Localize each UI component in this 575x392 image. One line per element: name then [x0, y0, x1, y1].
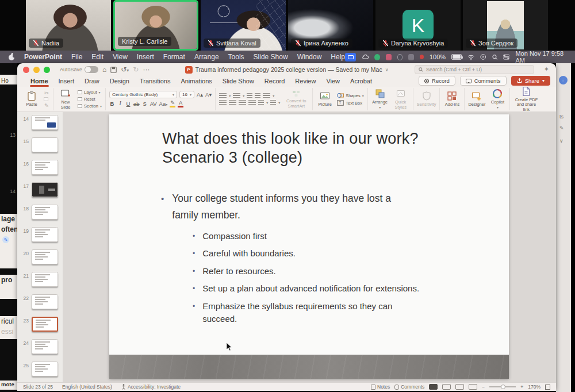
title-chevron-icon[interactable]: ∨ [385, 67, 389, 72]
language-status[interactable]: English (United States) [62, 384, 112, 390]
create-pdf-button[interactable]: Create PDF and share link [513, 87, 539, 112]
minimize-button[interactable] [33, 67, 40, 73]
copilot-button[interactable]: Copilot▾ [489, 89, 506, 110]
close-button[interactable] [23, 67, 29, 73]
cut-icon[interactable]: ✂ [44, 90, 49, 96]
presenter-icon[interactable]: ✦ [544, 66, 549, 73]
font-name-select[interactable]: Century Gothic (Body)▾ [109, 91, 177, 98]
search-field[interactable]: Search (Cmd + Ctrl + U) [415, 65, 534, 74]
tab-home[interactable]: Home [25, 78, 53, 87]
strikethrough-button[interactable]: ab [133, 101, 140, 107]
menu-help[interactable]: Help [331, 53, 345, 61]
current-slide-canvas[interactable]: What does this look like in our work? Sc… [109, 114, 509, 379]
slide-thumbnail[interactable] [32, 294, 58, 309]
reading-view-button[interactable] [455, 384, 464, 390]
wifi-icon[interactable] [467, 54, 474, 60]
globe-icon[interactable] [397, 54, 403, 60]
format-painter-icon[interactable]: ✎ [44, 103, 49, 109]
menu-edit[interactable]: Edit [91, 53, 103, 61]
sensitivity-button[interactable]: Sensitivity [417, 91, 436, 107]
slide-thumbnail[interactable] [32, 205, 58, 220]
decrease-font-icon[interactable]: A▾ [205, 92, 212, 98]
undo-icon[interactable]: ↺▾ [121, 66, 129, 73]
participant-tile[interactable]: Ірина Акуленко [288, 0, 373, 51]
tab-transitions[interactable]: Transitions [135, 78, 175, 87]
line-spacing-icon[interactable] [263, 93, 270, 98]
tab-design[interactable]: Design [105, 78, 135, 87]
tab-acrobat[interactable]: Acrobat [345, 78, 377, 87]
numbered-list-icon[interactable] [233, 93, 240, 98]
onedrive-cloud-icon[interactable] [362, 53, 369, 61]
app-status-icon-2[interactable] [386, 54, 392, 60]
slide-thumbnail[interactable] [32, 272, 58, 287]
decrease-indent-icon[interactable] [247, 93, 252, 98]
slide-thumbnail[interactable] [32, 362, 58, 376]
participant-tile[interactable]: Зоя Сердюк [463, 0, 548, 51]
participant-tile[interactable]: Kristy L. Carlisle [113, 0, 198, 51]
slide-thumbnail[interactable] [32, 137, 58, 152]
tab-insert[interactable]: Insert [53, 78, 80, 87]
comments-toggle-button[interactable]: Comments [394, 384, 424, 390]
control-center-icon[interactable] [503, 54, 509, 60]
menu-arrange[interactable]: Arrange [194, 53, 219, 61]
comments-button[interactable]: Comments [460, 76, 507, 86]
new-slide-button[interactable]: New Slide [57, 89, 74, 110]
layout-button[interactable]: Layout▾ [78, 90, 102, 95]
font-color-button[interactable]: A [178, 100, 183, 107]
slide-thumbnail[interactable] [32, 339, 58, 354]
autosave-toggle[interactable] [85, 66, 98, 73]
convert-smartart-button[interactable]: Convert to SmartArt [283, 90, 309, 109]
zoom-in-button[interactable]: + [520, 384, 523, 390]
shadow-button[interactable]: S [142, 101, 148, 107]
paste-button[interactable]: Paste [23, 91, 40, 107]
participant-tile[interactable]: KDaryna Kryvoshyia [375, 0, 461, 51]
addins-button[interactable]: Add-ins [443, 91, 461, 107]
menu-insert[interactable]: Insert [137, 53, 154, 61]
fit-slide-icon[interactable] [545, 385, 550, 390]
slide-thumbnail[interactable] [32, 115, 58, 130]
bold-button[interactable]: B [109, 101, 115, 107]
tab-draw[interactable]: Draw [79, 78, 105, 87]
tab-review[interactable]: Review [290, 78, 321, 87]
change-case-icon[interactable]: Aa▾ [159, 101, 168, 107]
italic-button[interactable]: I [117, 101, 123, 107]
participant-tile[interactable]: Nadiia [26, 0, 111, 51]
increase-font-icon[interactable]: A▴ [197, 92, 203, 98]
menu-powerpoint[interactable]: PowerPoint [24, 53, 62, 61]
arrange-button[interactable]: Arrange▾ [371, 89, 389, 110]
normal-view-button[interactable] [429, 384, 438, 390]
more-commands-icon[interactable]: ··· [143, 66, 150, 73]
menu-file[interactable]: File [71, 53, 82, 61]
align-right-icon[interactable] [239, 100, 246, 105]
menu-slide-show[interactable]: Slide Show [254, 53, 288, 61]
screen-share-icon[interactable] [345, 53, 356, 62]
search-icon[interactable] [492, 54, 498, 60]
picture-button[interactable]: Picture [316, 91, 334, 107]
home-icon[interactable]: ⌂ [102, 66, 106, 73]
participant-tile[interactable]: Svitlana Koval [201, 0, 286, 51]
designer-button[interactable]: Designer [468, 91, 485, 107]
underline-button[interactable]: U [125, 101, 131, 107]
camera-icon[interactable] [408, 54, 414, 60]
quick-styles-button[interactable]: Quick Styles [392, 89, 409, 110]
reset-button[interactable]: Reset [78, 97, 102, 102]
bullet-list-icon[interactable] [219, 93, 227, 98]
align-center-icon[interactable] [229, 100, 236, 105]
menu-format[interactable]: Format [163, 53, 185, 61]
character-spacing-icon[interactable]: AV [150, 101, 157, 107]
zoom-slider[interactable] [489, 386, 516, 387]
play-icon[interactable] [480, 53, 486, 60]
align-left-icon[interactable] [219, 100, 227, 105]
slide-sorter-view-button[interactable] [442, 384, 451, 390]
zoom-window-button[interactable] [44, 67, 50, 73]
slideshow-view-button[interactable] [469, 384, 477, 390]
apple-logo-icon[interactable] [8, 53, 15, 61]
tab-slide-show[interactable]: Slide Show [217, 78, 259, 87]
accessibility-status[interactable]: Accessibility: Investigate [121, 384, 181, 390]
columns-icon[interactable] [258, 100, 264, 105]
slide-thumbnail[interactable] [32, 249, 58, 264]
menu-tools[interactable]: Tools [228, 53, 244, 61]
zoom-percent[interactable]: 170% [528, 384, 540, 390]
menu-view[interactable]: View [113, 53, 128, 61]
record-button[interactable]: Record [419, 76, 455, 86]
